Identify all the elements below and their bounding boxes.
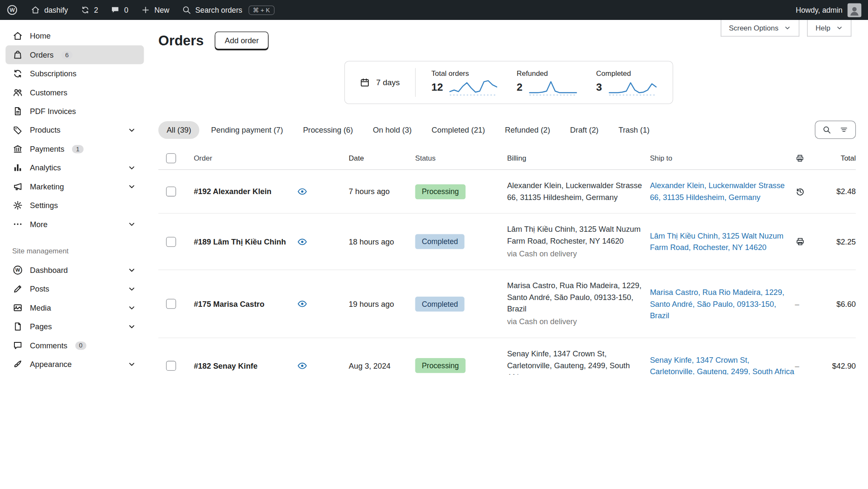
sidebar-item-label: PDF Invoices (30, 107, 76, 116)
shipto-link[interactable]: Marisa Castro, Rua Rio Madeira, 1229, Sa… (650, 288, 784, 320)
chevron-icon (126, 162, 137, 173)
comments-indicator[interactable]: 0 (104, 0, 134, 20)
count-badge: 6 (61, 51, 73, 59)
preview-eye-icon[interactable] (297, 360, 308, 371)
search-icon (181, 5, 192, 15)
row-checkbox[interactable] (166, 299, 176, 309)
search-orders-control[interactable]: Search orders ⌘ + K (175, 0, 281, 20)
order-cell: #175 Marisa Castro (194, 289, 297, 318)
preview-cell (297, 288, 349, 319)
order-link[interactable]: #192 Alexander Klein (194, 187, 271, 196)
avatar[interactable] (848, 3, 862, 17)
sidebar-item-home[interactable]: Home (6, 27, 144, 45)
sidebar-item-label: Marketing (30, 182, 64, 191)
period-label: 7 days (376, 78, 400, 87)
chevron-down-icon (784, 24, 791, 31)
sidebar-item-marketing[interactable]: Marketing (6, 177, 144, 196)
sidebar-item-appearance[interactable]: Appearance (6, 355, 144, 373)
history-icon[interactable] (795, 186, 806, 197)
filter-tab-on-hold-3[interactable]: On hold (3) (364, 121, 420, 139)
billing-address: Alexander Klein, Luckenwalder Strasse 66… (507, 180, 650, 203)
status-cell: Completed (415, 286, 507, 321)
preview-cell (297, 226, 349, 257)
stat-value-row: 2 (517, 78, 579, 96)
wordpress-menu[interactable]: W (0, 0, 24, 20)
admin-bar-account: Howdy, admin (796, 0, 868, 20)
row-checkbox[interactable] (166, 361, 176, 371)
order-link[interactable]: #182 Senay Kinfe (194, 361, 257, 370)
no-document-dash: – (795, 300, 799, 308)
shipto-link[interactable]: Alexander Klein, Luckenwalder Strasse 66… (650, 181, 785, 201)
updates-indicator[interactable]: 2 (74, 0, 104, 20)
customers-icon (12, 87, 23, 98)
chevron-icon (126, 358, 137, 370)
printer-icon[interactable] (795, 236, 806, 247)
sidebar-item-orders[interactable]: Orders6 (6, 45, 144, 64)
filter-tab-trash-1[interactable]: Trash (1) (610, 121, 658, 139)
chevron-icon (126, 219, 137, 230)
comments-icon (12, 340, 23, 351)
filter-tab-draft-2[interactable]: Draft (2) (562, 121, 607, 139)
sidebar-item-more[interactable]: More (6, 215, 144, 233)
order-link[interactable]: #175 Marisa Castro (194, 300, 264, 308)
stat-refunded: Refunded2 (517, 69, 579, 96)
sidebar-item-customers[interactable]: Customers (6, 83, 144, 102)
sidebar-item-comments[interactable]: Comments0 (6, 336, 144, 355)
select-all-checkbox[interactable] (166, 153, 176, 163)
no-document-dash: – (795, 361, 799, 370)
sidebar-item-subscriptions[interactable]: Subscriptions (6, 64, 144, 83)
sidebar-item-posts[interactable]: Posts (6, 280, 144, 298)
sidebar-item-payments[interactable]: Payments1 (6, 139, 144, 158)
sidebar-item-products[interactable]: Products (6, 121, 144, 139)
order-date: 19 hours ago (349, 289, 415, 318)
sidebar-item-media[interactable]: Media (6, 298, 144, 317)
chevron-icon (126, 181, 137, 192)
sidebar-item-pages[interactable]: Pages (6, 317, 144, 336)
shipto-cell: Lâm Thị Kiều Chinh, 3125 Walt Nuzum Farm… (650, 220, 795, 263)
svg-text:W: W (10, 7, 15, 13)
status-cell: Processing (415, 348, 507, 375)
add-order-button[interactable]: Add order (215, 31, 269, 49)
table-row: #182 Senay KinfeAug 3, 2024ProcessingSen… (159, 338, 856, 375)
filter-tab-all-39[interactable]: All (39) (159, 121, 200, 139)
wordpress-logo-icon: W (6, 4, 18, 16)
shipto-link[interactable]: Senay Kinfe, 1347 Crown St, Carletonvill… (650, 355, 794, 375)
new-content-menu[interactable]: New (134, 0, 175, 20)
shipto-link[interactable]: Lâm Thị Kiều Chinh, 3125 Walt Nuzum Farm… (650, 231, 783, 251)
row-checkbox[interactable] (166, 186, 176, 197)
order-cell: #192 Alexander Klein (194, 177, 297, 206)
preview-eye-icon[interactable] (297, 186, 308, 197)
row-checkbox[interactable] (166, 236, 176, 247)
filter-tab-completed-21[interactable]: Completed (21) (423, 121, 493, 139)
screen-options-button[interactable]: Screen Options (721, 20, 799, 36)
filter-tab-processing-6[interactable]: Processing (6) (295, 121, 361, 139)
preview-eye-icon[interactable] (297, 236, 308, 247)
orders-icon (12, 49, 23, 60)
preview-eye-icon[interactable] (297, 298, 308, 309)
filter-tab-refunded-2[interactable]: Refunded (2) (497, 121, 559, 139)
sparkline-chart (607, 78, 658, 96)
help-button[interactable]: Help (807, 20, 851, 36)
order-link[interactable]: #189 Lâm Thị Kiều Chinh (194, 237, 286, 246)
home-icon (12, 31, 23, 42)
table-header-row: Order Date Status Billing Ship to Total (159, 147, 856, 170)
column-header-order: Order (194, 148, 297, 168)
sidebar-item-analytics[interactable]: Analytics (6, 158, 144, 177)
period-selector[interactable]: 7 days (359, 77, 400, 88)
billing-note: via Cash on delivery (507, 248, 650, 259)
filter-sliders-icon[interactable] (839, 125, 849, 134)
billing-cell: Alexander Klein, Luckenwalder Strasse 66… (507, 170, 650, 213)
main-content: Screen Options Help Orders Add order 7 d… (150, 20, 868, 375)
sidebar-item-pdf-invoices[interactable]: PDF Invoices (6, 102, 144, 120)
subscriptions-icon (12, 68, 23, 79)
stat-value: 3 (596, 81, 602, 93)
filter-tab-pending-payment-7[interactable]: Pending payment (7) (203, 121, 292, 139)
admin-bar: W dashify 2 0 New Search orders ⌘ + K Ho… (0, 0, 868, 20)
sidebar-item-plugins[interactable]: Plugins2 (6, 374, 144, 375)
sidebar-item-dashboard[interactable]: WDashboard (6, 261, 144, 279)
comment-bubble-icon (110, 5, 120, 15)
table-search-icon[interactable] (822, 125, 832, 134)
site-link[interactable]: dashify (24, 0, 74, 20)
sidebar-item-settings[interactable]: Settings (6, 196, 144, 214)
billing-address: Marisa Castro, Rua Rio Madeira, 1229, Sa… (507, 280, 650, 315)
